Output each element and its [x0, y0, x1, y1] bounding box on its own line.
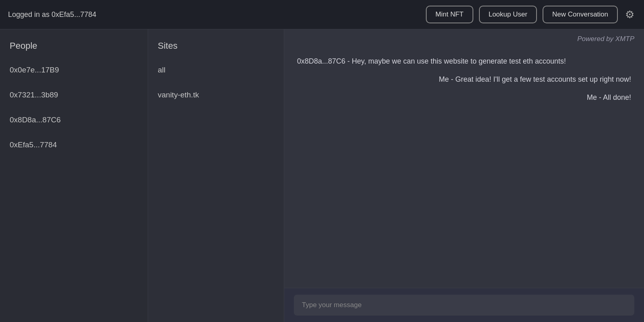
- sidebar-item-people-2[interactable]: 0x8D8a...87C6: [0, 107, 148, 132]
- sidebar-item-people-3[interactable]: 0xEfa5...7784: [0, 132, 148, 157]
- chat-area: Powered by XMTP 0x8D8a...87C6 - Hey, may…: [284, 29, 644, 322]
- sidebar-item-people-0[interactable]: 0x0e7e...17B9: [0, 58, 148, 83]
- new-conversation-button[interactable]: New Conversation: [543, 6, 618, 23]
- chat-message-1: Me - Great idea! I'll get a few test acc…: [297, 74, 631, 85]
- main-layout: People 0x0e7e...17B9 0x7321...3b89 0x8D8…: [0, 29, 644, 322]
- people-section-title: People: [0, 29, 148, 58]
- header: Logged in as 0xEfa5...7784 Mint NFT Look…: [0, 0, 644, 29]
- sidebar-item-site-1[interactable]: vanity-eth.tk: [148, 83, 284, 107]
- chat-message-0: 0x8D8a...87C6 - Hey, maybe we can use th…: [297, 56, 631, 67]
- mint-nft-button[interactable]: Mint NFT: [426, 6, 473, 23]
- powered-by-label: Powered by XMTP: [284, 29, 644, 46]
- sidebar-item-people-1[interactable]: 0x7321...3b89: [0, 83, 148, 107]
- chat-messages: 0x8D8a...87C6 - Hey, maybe we can use th…: [284, 46, 644, 288]
- message-input[interactable]: [294, 295, 634, 316]
- sidebar-people: People 0x0e7e...17B9 0x7321...3b89 0x8D8…: [0, 29, 148, 322]
- sidebar-item-site-0[interactable]: all: [148, 58, 284, 83]
- gear-icon: ⚙: [625, 8, 634, 21]
- sites-section-title: Sites: [148, 29, 284, 58]
- chat-message-2: Me - All done!: [297, 92, 631, 103]
- chat-input-area: [284, 288, 644, 322]
- lookup-user-button[interactable]: Lookup User: [479, 6, 537, 23]
- logged-in-label: Logged in as 0xEfa5...7784: [8, 10, 96, 19]
- settings-gear-button[interactable]: ⚙: [623, 7, 636, 23]
- header-actions: Mint NFT Lookup User New Conversation ⚙: [426, 6, 636, 23]
- sidebar-sites: Sites all vanity-eth.tk: [148, 29, 284, 322]
